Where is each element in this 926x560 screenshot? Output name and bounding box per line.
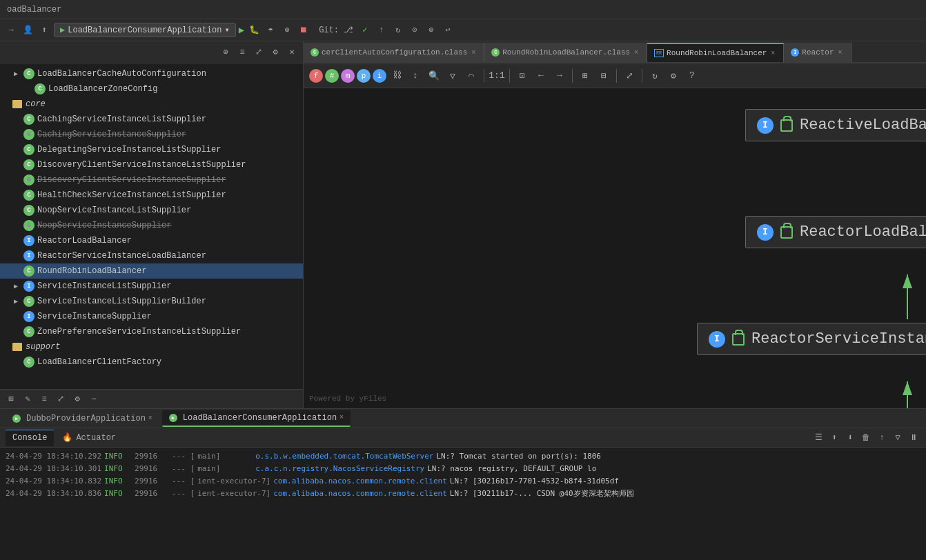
tree-item[interactable]: ▶CLoadBalancerCacheAutoConfiguration [0,66,303,81]
tab-close-button[interactable]: × [769,50,776,57]
tree-item[interactable]: CCachingServiceInstanceSupplier [0,127,303,142]
profile-icon[interactable]: ⊕ [280,23,294,37]
bt-scroll-top-icon[interactable]: ⬆ [827,431,841,445]
run-button[interactable]: ▶ [239,24,244,36]
diagram-right-icon[interactable]: → [551,68,568,84]
diagram-canvas[interactable]: I ReactiveLoadBalancer<T> I ReactorLoadB… [304,88,926,408]
close-panel-icon[interactable]: ✕ [285,46,299,59]
diagram-refresh-icon[interactable]: ↻ [647,68,663,84]
tab-close-button[interactable]: × [837,49,844,57]
diagram-left-icon[interactable]: ← [533,68,549,84]
diagram-export-icon[interactable]: ⤢ [621,68,638,84]
diagram-filter-icon[interactable]: ▽ [444,68,461,84]
diagram-help-icon[interactable]: ? [684,68,700,84]
locate-icon[interactable]: ⊕ [219,46,233,59]
bt-menu-icon[interactable]: ☰ [811,431,825,445]
diagram-grid-icon[interactable]: ⊞ [577,68,593,84]
app-name-button[interactable]: ▶ LoadBalancerConsumerApplication ▾ [54,23,236,37]
expand2-icon[interactable]: ⤢ [54,392,68,406]
tree-arrow-icon[interactable]: ▶ [14,70,23,78]
tree-item[interactable]: CNoopServiceInstanceSupplier [0,218,303,233]
bt-pause-icon[interactable]: ⏸ [907,431,920,445]
tab-class-icon: C [491,48,500,57]
git-branch-icon[interactable]: ⎇ [342,23,355,37]
tab-close-button[interactable]: × [633,49,640,57]
git-annotate-icon[interactable]: ⊕ [424,23,438,37]
layout-icon[interactable]: ⊞ [4,392,18,406]
edit-icon[interactable]: ✎ [21,392,35,406]
debug-icon[interactable]: 🐛 [247,23,261,37]
console-tab[interactable]: Console [6,430,54,446]
git-history-icon[interactable]: ⊙ [408,23,422,37]
tree-item[interactable]: IServiceInstanceSupplier [0,309,303,324]
tree-item[interactable]: CNoopServiceInstanceListSupplier [0,203,303,218]
options-icon[interactable]: ⚙ [70,392,84,406]
run-tab-1[interactable]: ▶LoadBalancerConsumerApplication × [162,410,351,427]
tree-arrow-icon[interactable]: ▶ [14,282,23,290]
run-tab-close[interactable]: × [148,414,152,422]
diagram-btn-info[interactable]: i [373,69,386,83]
tab-0[interactable]: CcerClientAutoConfiguration.class× [304,43,484,62]
diagram-settings-icon[interactable]: ⚙ [665,68,682,84]
tree-item[interactable]: ▶IServiceInstanceListSupplier [0,279,303,294]
tab-1[interactable]: CRoundRobinLoadBalancer.class× [484,43,647,62]
bt-clear-icon[interactable]: 🗑 [859,431,873,445]
settings-icon[interactable]: ⚙ [268,46,282,59]
git-check-icon[interactable]: ✓ [358,23,372,37]
stop-icon[interactable]: ⏹ [297,23,311,37]
diagram-11-icon[interactable]: 1:1 [489,68,505,84]
tree-item[interactable]: CLoadBalancerZoneConfig [0,81,303,97]
tree-item[interactable]: CLoadBalancerClientFactory [0,354,303,370]
minus-icon[interactable]: − [87,392,101,406]
coverage-icon[interactable]: ☂ [264,23,277,37]
git-undo-icon[interactable]: ↩ [441,23,455,37]
tree-item[interactable]: IReactorServiceInstanceLoadBalancer [0,248,303,263]
actuator-tab[interactable]: 🔥 Actuator [55,430,123,446]
uml-node-reactor[interactable]: I ReactorLoadBalancer<T> [745,216,926,248]
uml-node-reactive[interactable]: I ReactiveLoadBalancer<T> [745,109,926,141]
diagram-btn-f[interactable]: f [309,69,323,83]
git-push-icon[interactable]: ↑ [375,23,388,37]
user-icon[interactable]: 👤 [21,23,35,37]
tree-item[interactable]: support [0,339,303,354]
tree-arrow-icon[interactable]: ▶ [14,297,23,306]
collapse-all-icon[interactable]: ≡ [235,46,249,59]
run-tab-0[interactable]: ▶DubboProviderApplication × [6,410,159,427]
diagram-curve-icon[interactable]: ⌒ [463,68,480,84]
diagram-btn-p[interactable]: p [357,69,371,83]
tab-close-button[interactable]: × [470,49,477,57]
tree-item[interactable]: CRoundRobinLoadBalancer [0,263,303,279]
left-panel-toolbar: ⊕ ≡ ⤢ ⚙ ✕ [0,41,303,63]
diagram-fit-icon[interactable]: ⊡ [514,68,531,84]
back-icon[interactable]: → [4,23,18,37]
collapse-icon[interactable]: ≡ [37,392,51,406]
bt-wrap-icon[interactable]: ↑ [875,431,889,445]
bt-scroll-bottom-icon[interactable]: ⬇ [843,431,857,445]
tree-item[interactable]: CCachingServiceInstanceListSupplier [0,112,303,127]
console-area[interactable]: 24-04-29 18:34:10.292INFO29916--- [main]… [0,448,926,560]
tree-item[interactable]: IReactorLoadBalancer [0,233,303,248]
nav-icon[interactable]: ⬆ [37,23,51,37]
bt-filter-icon[interactable]: ▽ [891,431,905,445]
diagram-btn-m[interactable]: m [341,69,355,83]
run-tab-close[interactable]: × [339,414,344,421]
diagram-btn-hash[interactable]: # [325,69,339,83]
git-fetch-icon[interactable]: ↻ [391,23,405,37]
diagram-sort-icon[interactable]: ↕ [407,68,424,84]
tab-2[interactable]: RRRoundRobinLoadBalancer× [647,43,784,62]
tree-item[interactable]: CDiscoveryClientServiceInstanceSupplier [0,172,303,188]
tree-item[interactable]: CZonePreferenceServiceInstanceListSuppli… [0,324,303,339]
diagram-grid2-icon[interactable]: ⊟ [595,68,612,84]
tree-item[interactable]: CHealthCheckServiceInstanceListSupplier [0,188,303,203]
diagram-link-icon[interactable]: ⛓ [388,68,405,84]
tree-item[interactable]: ▶CServiceInstanceListSupplierBuilder [0,294,303,309]
tree-area[interactable]: ▶CLoadBalancerCacheAutoConfigurationCLoa… [0,63,303,389]
tree-item[interactable]: CDelegatingServiceInstanceListSupplier [0,142,303,157]
expand-icon[interactable]: ⤢ [252,46,266,59]
uml-node-reactorservice[interactable]: I ReactorServiceInstanceLoadBalancer [697,323,926,355]
diagram-find-icon[interactable]: 🔍 [426,68,442,84]
tab-3[interactable]: IReactor× [784,43,851,62]
log-sep: --- [ [172,475,195,488]
tree-item[interactable]: core [0,97,303,112]
tree-item[interactable]: CDiscoveryClientServiceInstanceListSuppl… [0,157,303,172]
